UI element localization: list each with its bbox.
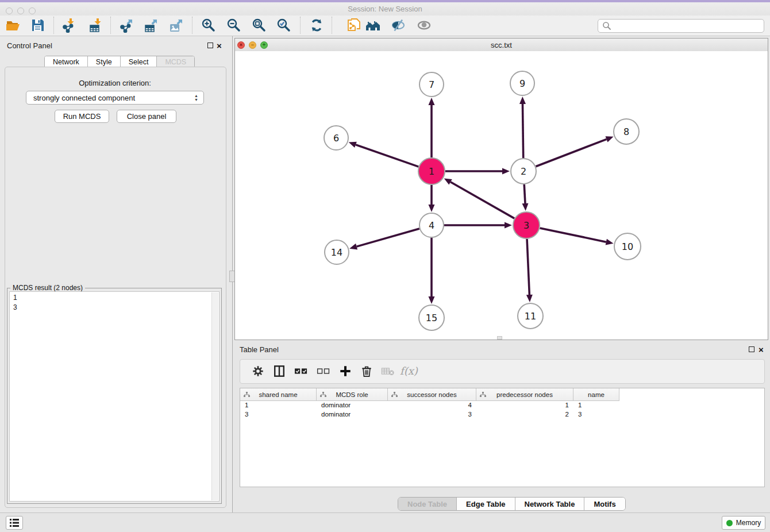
edge-3-11[interactable] [527, 239, 529, 295]
network-window-titlebar[interactable]: × − + scc.txt [235, 38, 768, 52]
refresh-layout-button[interactable] [309, 18, 325, 34]
titlebar: Session: New Session [0, 2, 770, 16]
tab-style[interactable]: Style [88, 56, 121, 68]
tab-mcds[interactable]: MCDS [157, 56, 194, 68]
float-table-panel-icon[interactable] [749, 346, 754, 352]
arrowhead-4-14 [349, 244, 357, 250]
table-cell[interactable]: 1 [240, 401, 317, 410]
network-minimize-button[interactable]: − [249, 41, 256, 49]
arrowhead-2-9 [519, 97, 526, 104]
export-image-button[interactable] [168, 18, 184, 34]
column-header-name[interactable]: name [573, 388, 619, 401]
network-zoom-button[interactable]: + [260, 41, 268, 49]
table-row[interactable]: 1dominator411 [240, 401, 619, 410]
edge-4-14[interactable] [357, 229, 419, 246]
add-column-button[interactable] [337, 364, 353, 380]
tab-node-table[interactable]: Node Table [398, 498, 457, 510]
result-scrollbar[interactable] [211, 292, 218, 500]
close-table-panel-icon[interactable]: × [759, 346, 764, 353]
zoom-fit-button[interactable] [251, 18, 267, 34]
zoom-selected-button[interactable] [276, 18, 292, 34]
export-table-button[interactable] [143, 18, 159, 34]
network-close-button[interactable]: × [237, 41, 245, 49]
deselect-all-columns-button[interactable] [315, 364, 332, 380]
function-builder-button: f(x) [400, 364, 423, 380]
zoom-selected-icon [276, 18, 291, 33]
graph-node-label-1: 1 [429, 166, 434, 177]
graph-node-label-3: 3 [523, 220, 529, 231]
import-table-button[interactable] [88, 18, 104, 34]
network-canvas[interactable]: 7968124314101511 [235, 51, 768, 340]
edge-3-1[interactable] [451, 182, 514, 218]
table-cell[interactable]: 3 [573, 410, 619, 419]
float-panel-icon[interactable] [207, 43, 213, 48]
mcds-result-text: 1 3 [13, 293, 17, 313]
edge-2-8[interactable] [536, 139, 606, 166]
run-mcds-button[interactable]: Run MCDS [55, 110, 109, 123]
import-network-button[interactable] [61, 18, 77, 34]
table-cell[interactable]: 3 [240, 410, 317, 419]
table-cell[interactable]: 1 [573, 401, 619, 410]
table-cell[interactable]: 1 [476, 401, 573, 410]
edge-3-10[interactable] [540, 228, 606, 242]
table-cell[interactable]: 2 [476, 410, 573, 419]
home-button[interactable] [365, 18, 381, 34]
window-minimize-button[interactable] [17, 7, 24, 14]
tab-edge-table[interactable]: Edge Table [457, 498, 515, 510]
search-icon [602, 21, 611, 30]
graph-node-label-14: 14 [331, 247, 342, 258]
save-session-button[interactable] [30, 18, 46, 34]
column-header-predecessor-nodes[interactable]: predecessor nodes [476, 388, 573, 401]
table-panel-tabs: Node TableEdge TableNetwork TableMotifs [398, 497, 626, 511]
memory-button[interactable]: Memory [722, 516, 765, 530]
table-cell[interactable]: 3 [388, 410, 476, 419]
column-header-MCDS-role[interactable]: MCDS role [317, 388, 388, 401]
show-graphics-details-button[interactable] [416, 18, 432, 34]
column-header-successor-nodes[interactable]: successor nodes [388, 388, 476, 401]
zoom-out-button[interactable] [226, 18, 242, 34]
arrowhead-1-2 [502, 168, 510, 175]
edge-1-6[interactable] [356, 145, 418, 167]
export-network-button[interactable] [118, 18, 134, 34]
close-panel-icon[interactable]: × [217, 43, 222, 49]
tab-motifs[interactable]: Motifs [584, 498, 625, 510]
split-panel-button[interactable] [271, 364, 287, 380]
table-cell[interactable]: dominator [317, 401, 388, 410]
criterion-select[interactable]: strongly connected component ▲▼ [26, 91, 204, 105]
tab-select[interactable]: Select [121, 56, 157, 68]
control-panel-title: Control Panel [7, 41, 52, 50]
search-field[interactable] [598, 19, 764, 33]
table-toolbar: f(x) [240, 359, 765, 384]
hide-graphics-details-button[interactable] [390, 18, 406, 34]
canvas-resize-handle[interactable] [497, 336, 502, 340]
table-cell[interactable]: dominator [317, 410, 388, 419]
edge-2-3[interactable] [524, 184, 525, 203]
window-close-button[interactable] [6, 7, 13, 14]
column-header-shared-name[interactable]: shared name [240, 388, 317, 401]
delete-column-button[interactable] [359, 364, 375, 380]
tab-network[interactable]: Network [45, 56, 88, 68]
column-header-label: shared name [259, 391, 297, 398]
select-all-columns-button[interactable] [293, 364, 309, 380]
tab-network-table[interactable]: Network Table [515, 498, 585, 510]
toolbar-separator [300, 17, 301, 34]
arrowhead-1-4 [429, 205, 435, 212]
mcds-result-area[interactable]: 1 3 [9, 291, 220, 502]
zoom-in-button[interactable] [201, 18, 217, 34]
arrowhead-3-10 [606, 239, 614, 245]
zoom-in-icon [201, 18, 216, 33]
node-table[interactable]: shared nameMCDS rolesuccessor nodesprede… [240, 388, 765, 487]
edge-2-9[interactable] [522, 104, 523, 158]
search-input[interactable] [614, 20, 764, 32]
delete-table-button[interactable] [380, 364, 396, 380]
table-settings-button[interactable] [250, 364, 266, 380]
close-panel-button[interactable]: Close panel [117, 110, 176, 123]
open-session-button[interactable] [5, 18, 21, 34]
column-header-label: successor nodes [407, 391, 456, 398]
table-row[interactable]: 3dominator323 [240, 410, 619, 419]
mcds-result-title: MCDS result (2 nodes) [10, 284, 85, 292]
clone-network-button[interactable] [346, 18, 362, 34]
window-zoom-button[interactable] [29, 7, 36, 14]
table-cell[interactable]: 4 [388, 401, 476, 410]
task-history-button[interactable] [6, 516, 23, 530]
